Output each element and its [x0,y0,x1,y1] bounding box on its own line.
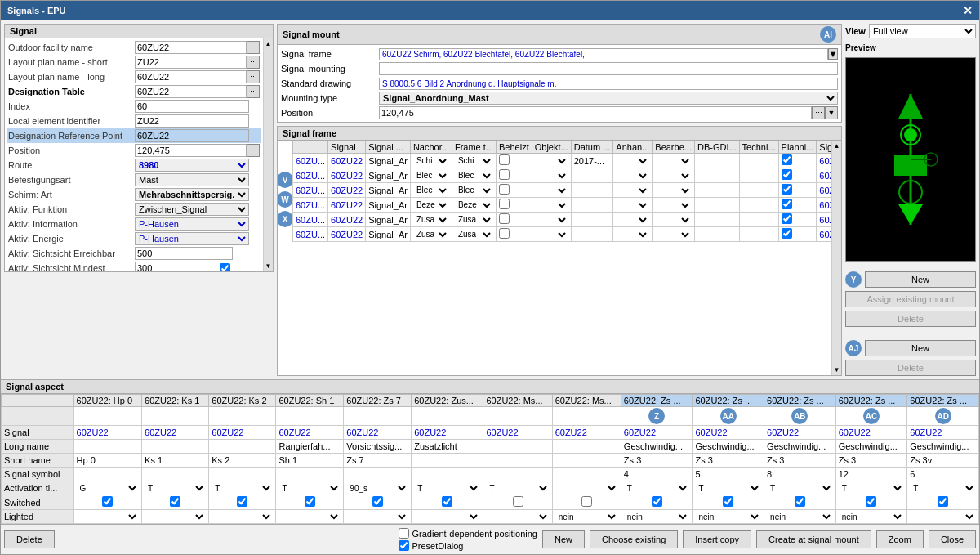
frame-sel-4-9[interactable] [655,199,692,211]
frame-sel-2-4[interactable]: Blec [455,170,493,181]
act-sel-hp0[interactable]: G [77,482,140,494]
frame-check-6-5[interactable] [499,228,510,239]
li-zs3c[interactable]: nein [767,511,833,522]
frame-scroll-up[interactable]: ▲ [834,142,840,150]
frame-check-5-5[interactable] [499,213,510,224]
frame-scroll-btn[interactable]: ▼ [828,48,838,60]
sw-zus[interactable] [442,496,452,507]
route-select[interactable]: 8980 [135,159,249,172]
frame-sel-2-3[interactable]: Blec [413,170,449,181]
assign-existing-mount-button[interactable]: Assign existing mount [845,291,976,307]
position-btn[interactable]: ⋯ [247,144,260,157]
frame-check-2-5[interactable] [499,169,510,180]
li-zs3e[interactable] [910,511,976,522]
aspect-new-button[interactable]: New [865,340,976,356]
outdoor-input[interactable] [135,41,247,54]
sw-zs3c[interactable] [795,496,805,507]
li-zs7[interactable] [346,511,408,522]
act-sel-zs3c[interactable]: T [767,482,833,494]
layout-long-input[interactable] [135,70,247,83]
mount-new-button[interactable]: New [865,271,976,288]
frame-sel-6-3[interactable]: Zusa [413,229,449,240]
choose-existing-button[interactable]: Choose existing [590,530,678,548]
mount-delete-button[interactable]: Delete [845,311,976,327]
mount-position-input[interactable] [379,106,812,119]
desig-table-btn[interactable]: ⋯ [247,85,260,98]
zoom-button[interactable]: Zoom [876,530,924,548]
li-hp0[interactable] [77,511,140,522]
frame-sel-3-4[interactable]: Blec [455,185,493,196]
act-sel-zs3d[interactable]: T [839,482,905,494]
sw-zs3d[interactable] [866,496,876,507]
close-button[interactable]: Close [929,530,976,548]
li-zs3d[interactable]: nein [839,511,905,522]
act-sel-sh1[interactable]: T [278,482,341,494]
frame-scroll-down[interactable]: ▼ [834,366,840,374]
frame-sel-4-6[interactable] [535,199,568,211]
frame-sel-6-8[interactable] [616,229,649,240]
information-select[interactable]: P-Hausen [135,217,249,231]
frame-sel-4-3[interactable]: Beze [413,199,449,211]
frame-sel-3-3[interactable]: Blec [413,185,449,196]
frame-sel-5-3[interactable]: Zusa [413,214,449,226]
frame-sel-1-4[interactable]: Schi [455,155,493,167]
erreichbar-input[interactable] [135,247,233,260]
energie-select[interactable]: P-Hausen [135,232,249,245]
frame-sel-6-4[interactable]: Zusa [455,229,493,240]
befest-select[interactable]: Mast [135,173,249,186]
layout-short-btn[interactable]: ⋯ [247,56,260,69]
view-select[interactable]: Full view [869,24,976,38]
li-zus[interactable] [414,511,480,522]
preset-check[interactable] [399,540,409,551]
sw-zs7[interactable] [372,496,383,507]
mindest-check[interactable] [220,263,230,272]
sw-zs3b[interactable] [723,496,733,507]
outdoor-btn[interactable]: ⋯ [247,41,260,54]
frame-sel-1-3[interactable]: Schi [413,155,449,167]
sw-sh1[interactable] [305,496,315,507]
mounting-type-select[interactable]: Signal_Anordnung_Mast [379,92,838,105]
act-sel-zs3b[interactable]: T [695,482,761,494]
frame-sel-2-8[interactable] [616,170,649,181]
mindest-input[interactable] [135,262,216,271]
frame-check-3-12[interactable] [782,184,792,195]
frame-sel-4-8[interactable] [616,199,649,211]
position-input[interactable] [135,144,247,157]
mount-position-down[interactable]: ▼ [825,106,838,119]
li-zs3b[interactable]: nein [695,511,761,522]
frame-check-4-5[interactable] [499,199,510,209]
frame-sel-6-9[interactable] [655,229,692,240]
frame-check-1-5[interactable] [499,154,510,165]
frame-check-2-12[interactable] [782,169,792,180]
li-ks1[interactable] [145,511,206,522]
frame-sel-2-9[interactable] [655,170,692,181]
li-ms2[interactable]: nein [555,511,618,522]
aspect-delete-button[interactable]: Delete [845,360,976,376]
frame-check-3-5[interactable] [499,184,510,195]
local-id-input[interactable] [135,114,249,128]
gradient-check[interactable] [399,528,409,539]
index-input[interactable] [135,100,249,113]
frame-check-4-12[interactable] [782,199,792,209]
frame-sel-5-4[interactable]: Zusa [455,214,493,226]
act-sel-ms2[interactable] [555,482,618,494]
layout-short-input[interactable] [135,56,247,69]
sw-zs3e[interactable] [938,496,948,507]
frame-sel-4-4[interactable]: Beze [455,199,493,211]
frame-sel-1-8[interactable] [616,155,649,167]
frame-check-1-12[interactable] [782,154,792,165]
new-aspect-button[interactable]: New [542,530,585,548]
frame-sel-3-8[interactable] [616,185,649,196]
act-sel-zs3e[interactable]: T [910,482,976,494]
sw-hp0[interactable] [102,496,113,507]
schirm-select[interactable]: Mehrabschnittspersig... [135,188,249,201]
delete-button[interactable]: Delete [4,530,55,548]
sw-ms1[interactable] [513,496,523,507]
frame-sel-2-6[interactable] [535,170,568,181]
frame-check-6-12[interactable] [782,228,792,239]
sw-zs3a[interactable] [652,496,662,507]
scroll-up[interactable]: ▲ [265,40,272,47]
frame-sel-5-6[interactable] [535,214,568,226]
desig-table-input[interactable] [135,85,247,98]
mount-position-btn[interactable]: ⋯ [812,106,825,119]
